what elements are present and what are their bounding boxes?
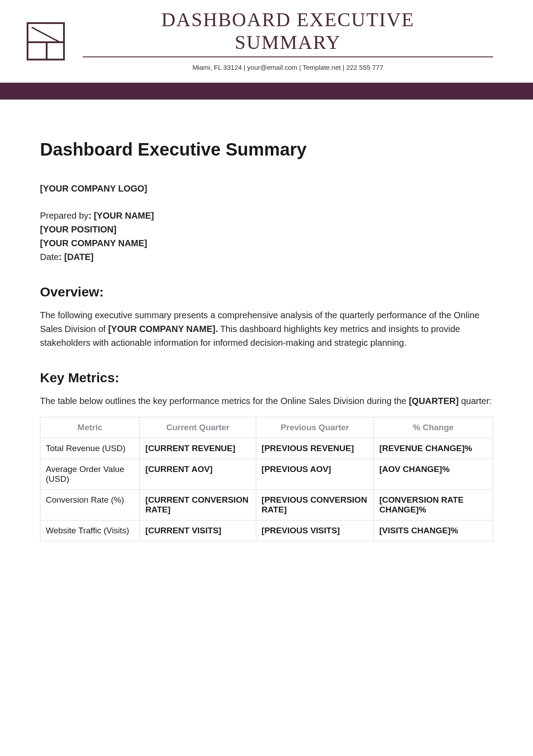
overview-heading: Overview: [40, 284, 493, 300]
cell-previous: [PREVIOUS CONVERSION RATE] [256, 490, 374, 520]
position-placeholder: [YOUR POSITION] [40, 224, 116, 234]
cell-change: [VISITS CHANGE]% [374, 520, 493, 541]
col-metric: Metric [40, 417, 140, 438]
title-block: DASHBOARD EXECUTIVE SUMMARY Miami, FL 33… [83, 9, 493, 71]
cell-metric: Website Traffic (Visits) [40, 520, 140, 541]
company-placeholder: [YOUR COMPANY NAME] [40, 238, 147, 248]
table-row: Average Order Value (USD) [CURRENT AOV] … [40, 459, 493, 490]
logo-block [27, 9, 65, 60]
cell-change: [REVENUE CHANGE]% [374, 438, 493, 459]
company-logo-placeholder: [YOUR COMPANY LOGO] [40, 184, 147, 193]
title-underline [83, 56, 493, 57]
contact-line: Miami, FL 33124 | your@email.com | Templ… [83, 64, 493, 71]
document-header: DASHBOARD EXECUTIVE SUMMARY Miami, FL 33… [0, 0, 533, 71]
col-previous: Previous Quarter [256, 417, 374, 438]
cell-previous: [PREVIOUS REVENUE] [256, 438, 374, 459]
page-title: Dashboard Executive Summary [40, 140, 493, 160]
cell-current: [CURRENT CONVERSION RATE] [140, 490, 256, 520]
date-label: Date [40, 252, 59, 262]
cell-previous: [PREVIOUS AOV] [256, 459, 374, 490]
km-intro-post: quarter: [459, 396, 492, 406]
col-current: Current Quarter [140, 417, 256, 438]
cell-change: [AOV CHANGE]% [374, 459, 493, 490]
key-metrics-intro: The table below outlines the key perform… [40, 394, 493, 408]
prepared-by-value: : [YOUR NAME] [88, 211, 154, 220]
overview-paragraph: The following executive summary presents… [40, 308, 493, 350]
date-value: : [DATE] [59, 252, 94, 262]
meta-block: [YOUR COMPANY LOGO] Prepared by: [YOUR N… [40, 182, 493, 264]
metrics-table: Metric Current Quarter Previous Quarter … [40, 417, 493, 541]
cell-current: [CURRENT VISITS] [140, 520, 256, 541]
overview-text-bold: [YOUR COMPANY NAME]. [108, 324, 218, 334]
table-row: Website Traffic (Visits) [CURRENT VISITS… [40, 520, 493, 541]
key-metrics-heading: Key Metrics: [40, 370, 493, 385]
table-row: Total Revenue (USD) [CURRENT REVENUE] [P… [40, 438, 493, 459]
cell-metric: Total Revenue (USD) [40, 438, 140, 459]
title-line-1: DASHBOARD EXECUTIVE [161, 9, 414, 31]
accent-band [0, 83, 533, 100]
logo-icon [27, 22, 65, 60]
prepared-by-label: Prepared by [40, 211, 88, 220]
content-area: Dashboard Executive Summary [YOUR COMPAN… [0, 100, 533, 541]
table-row: Conversion Rate (%) [CURRENT CONVERSION … [40, 490, 493, 520]
title-line-2: SUMMARY [235, 32, 341, 53]
km-intro-pre: The table below outlines the key perform… [40, 396, 409, 406]
cell-metric: Conversion Rate (%) [40, 490, 140, 520]
cell-change: [CONVERSION RATE CHANGE]% [374, 490, 493, 520]
table-header-row: Metric Current Quarter Previous Quarter … [40, 417, 493, 438]
cell-current: [CURRENT AOV] [140, 459, 256, 490]
cell-current: [CURRENT REVENUE] [140, 438, 256, 459]
cell-metric: Average Order Value (USD) [40, 459, 140, 490]
km-intro-bold: [QUARTER] [409, 396, 458, 406]
cell-previous: [PREVIOUS VISITS] [256, 520, 374, 541]
document-title: DASHBOARD EXECUTIVE SUMMARY [83, 9, 493, 54]
col-change: % Change [374, 417, 493, 438]
